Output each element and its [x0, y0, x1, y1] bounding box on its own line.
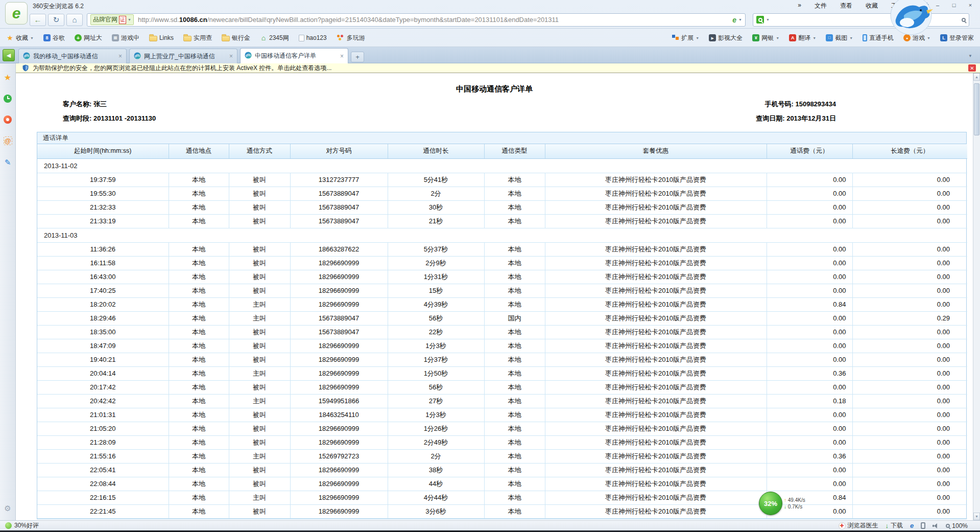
bookmark-item[interactable]: ▦游戏中: [112, 34, 139, 42]
call-record-row: 16:43:00本地被叫182966909991分31秒本地枣庄神州行轻松卡20…: [37, 270, 967, 284]
call-fee-cell: 0.36: [767, 366, 852, 380]
call-record-row: 19:40:21本地被叫182966909991分37秒本地枣庄神州行轻松卡20…: [37, 353, 967, 366]
close-button[interactable]: ×: [964, 1, 977, 10]
chevron-down-icon: ▼: [30, 36, 34, 40]
pen-icon[interactable]: ✎: [3, 158, 12, 167]
call-fee-cell: 0.00: [767, 242, 852, 256]
page-icon: [299, 35, 304, 41]
call-record-row: 22:16:15本地主叫182966909994分44秒本地枣庄神州行轻松卡20…: [37, 491, 967, 504]
chevron-down-icon[interactable]: ▼: [766, 18, 770, 21]
column-header: 通话费（元）: [767, 144, 852, 158]
tab-close-icon[interactable]: ×: [340, 53, 344, 60]
history-clock-icon[interactable]: [4, 95, 12, 103]
site-rating[interactable]: 30%好评: [5, 521, 39, 530]
long-fee-cell: 0.00: [852, 270, 967, 284]
activex-notification-bar[interactable]: 为帮助保护您的安全，您的网页浏览器已经阻止此站点在您的计算机上安装 Active…: [16, 63, 980, 73]
tab[interactable]: 我的移动_中国移动通信×: [18, 49, 127, 63]
vertical-scrollbar[interactable]: ▲ ▼: [973, 73, 980, 520]
menu-overflow-icon[interactable]: »: [798, 2, 801, 10]
time-cell: 21:33:19: [37, 214, 169, 228]
call-fee-cell: 0.84: [767, 297, 852, 311]
bookmark-item[interactable]: +网址大: [75, 34, 102, 42]
menu-item[interactable]: 查看: [840, 2, 852, 10]
number-cell: 13127237777: [290, 173, 388, 187]
type-cell: 国内: [484, 311, 545, 325]
bookmark-item[interactable]: ¥网银▼: [752, 34, 779, 42]
search-engine-icon[interactable]: [756, 16, 764, 24]
new-tab-button[interactable]: +: [351, 52, 364, 62]
package-cell: 枣庄神州行轻松卡2010版产品资费: [545, 325, 767, 339]
type-cell: 本地: [484, 187, 545, 200]
download-button[interactable]: ↓ 下载: [886, 521, 903, 530]
call-fee-cell: 0.00: [767, 325, 852, 339]
brand-badge-label: 品牌官网: [93, 15, 117, 24]
bookmark-label: 谷歌: [53, 34, 65, 42]
bookmark-item[interactable]: 扩展▼: [672, 34, 699, 42]
search-submit-icon[interactable]: [962, 18, 966, 22]
bookmark-item[interactable]: 实用查: [183, 34, 212, 42]
refresh-button[interactable]: ↻: [48, 14, 64, 26]
type-cell: 本地: [484, 214, 545, 228]
tab-list-button[interactable]: ▼: [966, 52, 975, 60]
bookmark-item[interactable]: L登录管家: [940, 34, 974, 42]
duration-cell: 3分6秒: [388, 504, 484, 518]
bookmark-item[interactable]: ⌂2345网: [260, 34, 289, 42]
bookmark-item[interactable]: Links: [149, 34, 174, 41]
notification-close-button[interactable]: ✕: [968, 64, 976, 72]
location-cell: 本地: [169, 325, 229, 339]
brand-site-badge[interactable]: 品牌官网 证 ▼: [90, 14, 134, 25]
sidebar-collapse-button[interactable]: ◀: [3, 49, 15, 61]
scroll-down-button[interactable]: ▼: [973, 513, 980, 520]
home-button[interactable]: ⌂: [66, 14, 83, 26]
speed-mode-icon[interactable]: e: [732, 16, 736, 24]
bookmark-item[interactable]: 多玩游: [337, 34, 365, 42]
bookmark-item[interactable]: □截图▼: [826, 34, 853, 42]
tablet-icon[interactable]: [921, 522, 925, 529]
bookmark-item[interactable]: 8谷歌: [43, 34, 65, 42]
mode-cell: 被叫: [229, 242, 290, 256]
speaker-icon[interactable]: [933, 523, 939, 529]
settings-gear-icon[interactable]: ⚙: [3, 504, 12, 513]
menu-item[interactable]: 文件: [815, 2, 827, 10]
mode-cell: 主叫: [229, 491, 290, 504]
tab[interactable]: 中国移动通信客户详单×: [240, 48, 348, 63]
package-cell: 枣庄神州行轻松卡2010版产品资费: [545, 200, 767, 214]
bank-shield-icon: ¥: [752, 34, 759, 41]
bookmark-label: 翻译: [798, 34, 810, 42]
record-icon[interactable]: [4, 115, 12, 124]
tab-label: 网上营业厅_中国移动通信: [144, 52, 226, 61]
ie-mode-icon[interactable]: e: [910, 522, 914, 529]
tab[interactable]: 网上营业厅_中国移动通信×: [129, 49, 237, 63]
long-fee-cell: 0.00: [852, 284, 967, 297]
accelerator-ball[interactable]: 32% ↑ 49.4K/s ↓ 0.7K/s: [759, 492, 805, 515]
star-icon[interactable]: ★: [3, 73, 12, 82]
scroll-up-button[interactable]: ▲: [973, 73, 980, 81]
call-record-row: 20:04:14本地主叫182966909991分50秒本地枣庄神州行轻松卡20…: [37, 366, 967, 380]
bookmark-item[interactable]: 银行金: [222, 34, 250, 42]
bookmark-item[interactable]: ▶影视大全: [709, 34, 743, 42]
memory-percent-badge[interactable]: 32%: [759, 492, 782, 515]
at-icon[interactable]: @: [4, 136, 12, 145]
bookmark-item[interactable]: ★收藏▼: [6, 34, 34, 42]
chevron-down-icon: ▼: [849, 36, 853, 40]
address-bar[interactable]: 品牌官网 证 ▼ http://www.sd.10086.cn/newecare…: [87, 13, 746, 27]
package-cell: 枣庄神州行轻松卡2010版产品资费: [545, 284, 767, 297]
restore-button[interactable]: □: [947, 1, 961, 10]
menu-item[interactable]: 收藏: [866, 2, 878, 10]
number-cell: 18296690999: [290, 435, 388, 449]
time-cell: 21:55:16: [37, 449, 169, 463]
browser-doctor-button[interactable]: ✚ 浏览器医生: [839, 521, 878, 530]
zoom-control[interactable]: 100%: [946, 522, 968, 529]
chevron-down-icon[interactable]: ▼: [738, 18, 742, 21]
tab-close-icon[interactable]: ×: [118, 53, 122, 60]
thunder-bird-overlay-icon[interactable]: [889, 0, 934, 40]
scrollbar-thumb[interactable]: [974, 83, 979, 135]
back-button[interactable]: ←: [30, 14, 46, 26]
type-cell: 本地: [484, 380, 545, 394]
time-cell: 19:40:21: [37, 353, 169, 366]
bookmark-item[interactable]: hao123: [299, 34, 327, 41]
tab-close-icon[interactable]: ×: [229, 53, 233, 60]
bookmark-item[interactable]: A翻译▼: [789, 34, 816, 42]
long-fee-cell: 0.00: [852, 463, 967, 477]
number-cell: 15673889047: [290, 187, 388, 200]
